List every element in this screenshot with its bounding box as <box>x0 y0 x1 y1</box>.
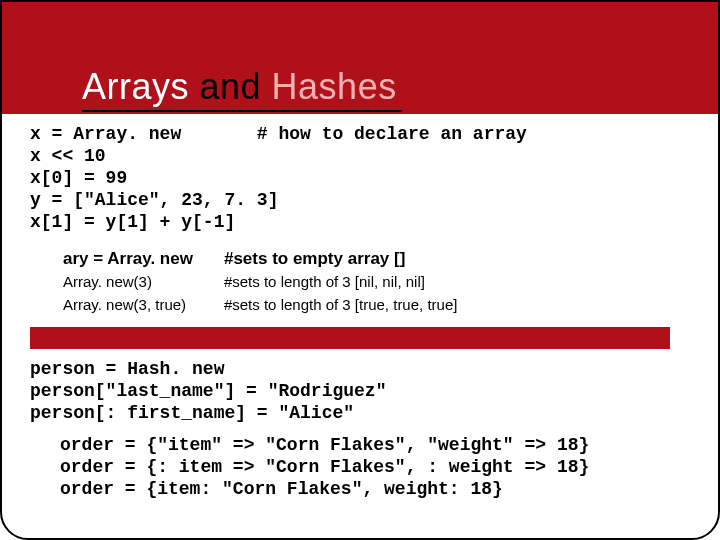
code-block-hash-basics: person = Hash. new person["last_name"] =… <box>30 359 690 425</box>
slide: Arrays and Hashes x = Array. new # how t… <box>0 0 720 540</box>
example-code: ary = Array. new <box>62 248 221 270</box>
title-word-2: and <box>189 66 272 107</box>
array-new-table: ary = Array. new #sets to empty array []… <box>60 246 460 318</box>
title-underline <box>82 110 402 112</box>
example-comment: #sets to empty array [] <box>223 248 458 270</box>
example-code: Array. new(3, true) <box>62 295 221 316</box>
example-code: Array. new(3) <box>62 272 221 293</box>
table-row: Array. new(3) #sets to length of 3 [nil,… <box>62 272 458 293</box>
table-row: Array. new(3, true) #sets to length of 3… <box>62 295 458 316</box>
title-word-3: Hashes <box>272 66 397 107</box>
array-new-examples: ary = Array. new #sets to empty array []… <box>60 246 690 318</box>
code-block-array-basics: x = Array. new # how to declare an array… <box>30 124 690 234</box>
example-comment: #sets to length of 3 [nil, nil, nil] <box>223 272 458 293</box>
content: x = Array. new # how to declare an array… <box>2 114 718 501</box>
title-bar: Arrays and Hashes <box>2 2 718 114</box>
title-word-1: Arrays <box>82 66 189 107</box>
divider-bar <box>30 327 670 349</box>
page-title: Arrays and Hashes <box>82 66 397 108</box>
example-comment: #sets to length of 3 [true, true, true] <box>223 295 458 316</box>
table-row: ary = Array. new #sets to empty array [] <box>62 248 458 270</box>
code-block-hash-literals: order = {"item" => "Corn Flakes", "weigh… <box>60 435 690 501</box>
